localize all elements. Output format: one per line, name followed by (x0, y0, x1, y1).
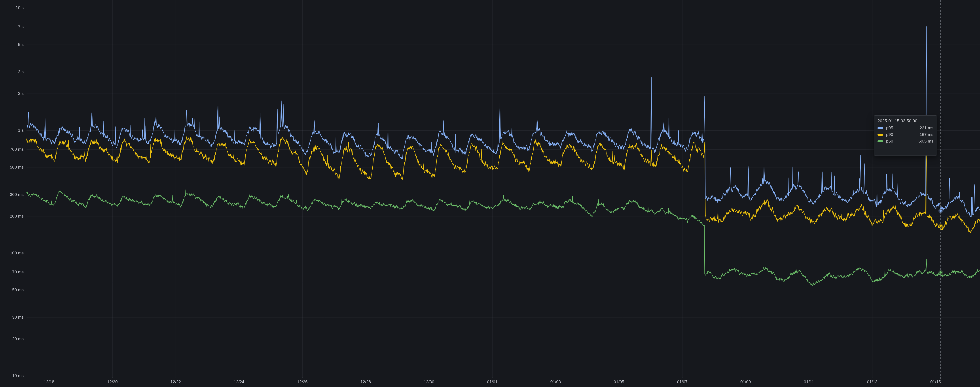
y-tick-label: 3 s (2, 70, 24, 75)
y-tick-label: 7 s (2, 24, 24, 29)
tooltip-series-value: 167 ms (920, 132, 933, 137)
tooltip-series-label: p90 (886, 132, 920, 137)
x-tick-label: 12/30 (424, 379, 434, 384)
y-tick-label: 300 ms (2, 192, 24, 197)
tooltip-series-value: 221 ms (920, 125, 933, 130)
x-tick-label: 01/05 (614, 379, 624, 384)
y-tick-label: 30 ms (2, 315, 24, 320)
tooltip-row-p95: p95 221 ms (878, 125, 933, 130)
tooltip-series-label: p95 (886, 125, 920, 130)
y-tick-label: 10 ms (2, 373, 24, 378)
x-tick-label: 01/09 (740, 379, 751, 384)
x-tick-label: 01/01 (487, 379, 498, 384)
hover-tooltip: 2025-01-15 03:50:00 p95 221 ms p90 167 m… (874, 116, 937, 155)
y-tick-label: 100 ms (2, 251, 24, 255)
y-tick-label: 50 ms (2, 287, 24, 292)
x-tick-label: 12/26 (297, 379, 308, 384)
tooltip-series-value: 69.5 ms (918, 139, 933, 144)
p90-series-color-swatch-icon (878, 134, 883, 136)
x-tick-label: 01/15 (930, 379, 941, 384)
x-tick-label: 01/13 (867, 379, 878, 384)
x-tick-label: 12/22 (170, 379, 181, 384)
x-tick-label: 01/07 (677, 379, 687, 384)
x-tick-label: 12/28 (360, 379, 371, 384)
y-tick-label: 500 ms (2, 165, 24, 170)
p50-series-color-swatch-icon (878, 140, 883, 142)
x-tick-label: 12/18 (44, 379, 54, 384)
y-tick-label: 70 ms (2, 270, 24, 274)
chart-canvas[interactable] (0, 0, 980, 387)
timeseries-panel: 10 s7 s5 s3 s2 s1 s700 ms500 ms300 ms200… (0, 0, 980, 387)
x-tick-label: 12/24 (234, 379, 244, 384)
y-tick-label: 1 s (2, 128, 24, 133)
tooltip-series-label: p50 (886, 139, 918, 144)
p95-series-color-swatch-icon (878, 127, 883, 129)
tooltip-timestamp: 2025-01-15 03:50:00 (878, 119, 933, 123)
x-tick-label: 01/11 (804, 379, 814, 384)
tooltip-row-p90: p90 167 ms (878, 132, 933, 137)
y-tick-label: 700 ms (2, 147, 24, 152)
y-tick-label: 20 ms (2, 336, 24, 341)
y-tick-label: 2 s (2, 91, 24, 96)
y-tick-label: 200 ms (2, 214, 24, 219)
y-tick-label: 5 s (2, 42, 24, 47)
y-tick-label: 10 s (2, 5, 24, 10)
tooltip-row-p50: p50 69.5 ms (878, 139, 933, 144)
x-tick-label: 01/03 (550, 379, 561, 384)
x-tick-label: 12/20 (107, 379, 118, 384)
